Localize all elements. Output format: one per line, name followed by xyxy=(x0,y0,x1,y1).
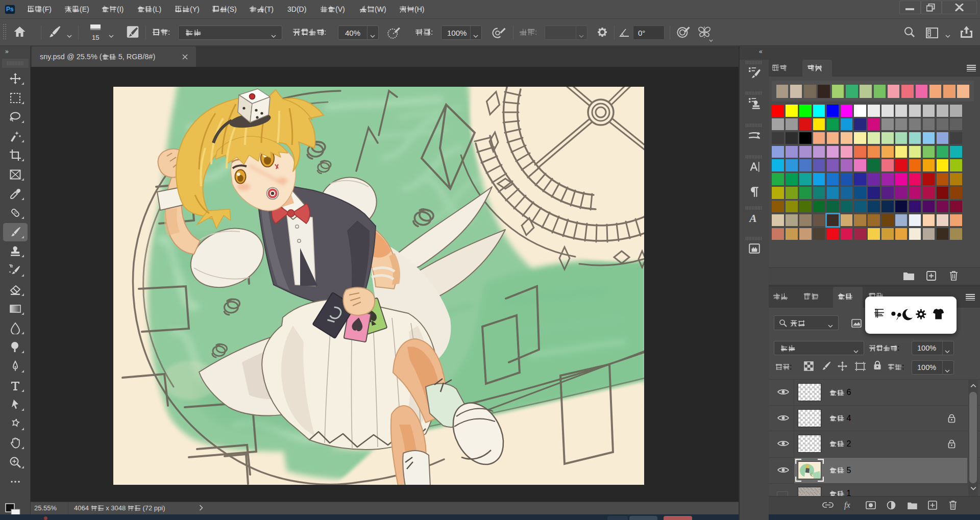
svg-text:A: A xyxy=(748,212,756,225)
